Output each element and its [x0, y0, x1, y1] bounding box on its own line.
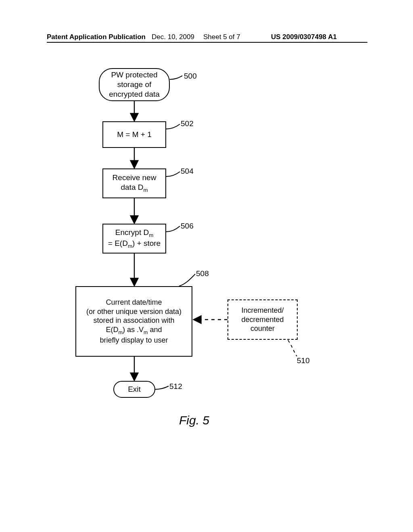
node-510-counter: Incremented/ decremented counter — [227, 299, 298, 340]
node-502-process: M = M + 1 — [102, 121, 166, 148]
figure-caption: Fig. 5 — [179, 414, 209, 427]
ref-label-512: 512 — [169, 382, 182, 391]
node-508-line2: (or other unique version data) — [86, 307, 181, 316]
node-508-line4: E(Dm) as .Vm and — [106, 325, 162, 336]
ref-label-506: 506 — [181, 222, 194, 231]
node-508-line3: stored in association with — [93, 316, 174, 325]
ref-label-510: 510 — [297, 356, 310, 365]
ref-label-508: 508 — [196, 269, 209, 278]
node-510-line3: counter — [250, 324, 275, 333]
node-exit-terminator: Exit — [113, 381, 155, 398]
node-506-line2: = E(Dm) + store — [108, 239, 161, 249]
node-506-line1-prefix: Encrypt D — [115, 228, 149, 237]
node-508-l4-s2: m — [144, 329, 148, 335]
node-510-line2: decremented — [241, 315, 284, 324]
connectors-overlay — [0, 0, 413, 532]
flowchart-canvas: PW protected storage of encrypted data M… — [0, 0, 413, 532]
node-exit-text: Exit — [128, 384, 141, 394]
node-508-l4-p1: E(D — [106, 326, 118, 334]
node-504-line2-prefix: data D — [121, 183, 143, 191]
node-508-line1: Current date/time — [106, 298, 162, 307]
node-508-l4-s1: m — [118, 329, 123, 335]
node-start-line2: storage of — [117, 80, 152, 89]
node-506-process: Encrypt Dm = E(Dm) + store — [102, 224, 166, 254]
node-start-terminator: PW protected storage of encrypted data — [99, 68, 170, 101]
node-508-process: Current date/time (or other unique versi… — [75, 286, 192, 357]
node-506-line1: Encrypt Dm — [115, 228, 154, 239]
node-506-line2-suffix: ) + store — [132, 239, 161, 247]
node-508-l4-suf: and — [148, 326, 162, 334]
node-506-line1-sub: m — [149, 232, 153, 238]
node-504-line1: Receive new — [113, 173, 156, 183]
ref-label-504: 504 — [181, 167, 194, 176]
node-506-line2-prefix: = E(D — [108, 239, 128, 247]
node-506-line2-sub: m — [128, 243, 132, 249]
node-510-line1: Incremented/ — [241, 306, 284, 315]
node-start-line3: encrypted data — [109, 89, 160, 99]
node-504-process: Receive new data Dm — [102, 168, 166, 198]
node-start-line1: PW protected — [111, 70, 157, 80]
ref-label-502: 502 — [181, 119, 194, 128]
ref-label-500: 500 — [184, 72, 197, 81]
node-504-line2-sub: m — [143, 187, 148, 193]
node-504-line2: data Dm — [121, 183, 148, 193]
node-502-text: M = M + 1 — [117, 130, 152, 139]
node-508-l4-mid: ) as .V — [123, 326, 144, 334]
node-508-line5: briefly display to user — [100, 336, 168, 345]
